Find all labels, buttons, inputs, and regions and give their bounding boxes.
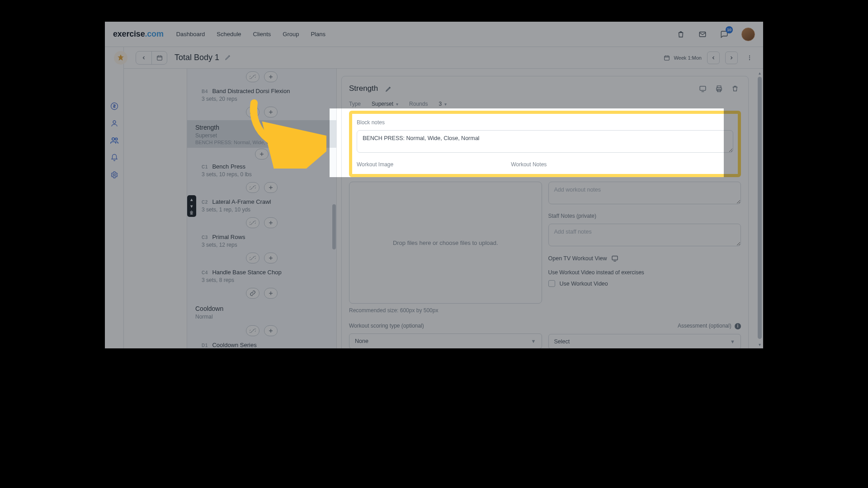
unlink-button[interactable] — [246, 325, 259, 336]
exercise-row[interactable]: C2 Lateral A-Frame Crawl 3 sets, 1 rep, … — [187, 196, 336, 215]
exercise-row[interactable]: C4 Handle Base Stance Chop 3 sets, 8 rep… — [187, 266, 336, 285]
chevron-down-icon: ▼ — [531, 338, 536, 344]
nav-prev-button[interactable] — [136, 51, 151, 65]
editor-scrollbar[interactable]: ▴ ▾ — [756, 69, 763, 348]
week-next-button[interactable] — [725, 52, 738, 64]
scroll-thumb[interactable] — [758, 77, 762, 339]
block-row[interactable]: Cooldown Normal — [187, 301, 336, 323]
delete-row-icon[interactable]: 🗑 — [189, 211, 194, 215]
row-controls — [187, 179, 336, 196]
unlink-button[interactable] — [246, 253, 259, 263]
svg-point-2 — [113, 121, 116, 123]
svg-point-8 — [749, 55, 750, 56]
rail-money-icon[interactable] — [109, 101, 119, 111]
open-tv-link[interactable]: Open TV Workout View — [548, 255, 741, 262]
mail-icon[interactable] — [698, 30, 707, 39]
add-button[interactable] — [264, 182, 278, 193]
add-button[interactable] — [264, 217, 278, 228]
rail-gear-icon[interactable] — [109, 170, 119, 180]
edit-card-icon[interactable] — [382, 83, 394, 94]
nav-group[interactable]: Group — [283, 31, 299, 38]
use-video-label: Use Workout Video — [560, 281, 608, 287]
recommended-size: Recommended size: 600px by 500px — [349, 307, 542, 314]
row-controls — [187, 250, 336, 266]
use-video-row[interactable]: Use Workout Video — [548, 280, 741, 287]
tv-icon[interactable] — [697, 83, 708, 94]
brand-text-2: .com — [145, 29, 163, 39]
print-icon[interactable] — [713, 83, 725, 94]
rail-person-icon[interactable] — [109, 118, 119, 128]
unlink-button[interactable] — [246, 71, 259, 82]
rail-people-icon[interactable] — [109, 136, 119, 145]
rounds-select[interactable]: 3 ▾ — [439, 101, 447, 107]
add-button[interactable] — [264, 253, 278, 263]
week-selector[interactable]: Week 1:Mon — [664, 55, 702, 61]
scroll-down-icon[interactable]: ▾ — [759, 340, 761, 348]
edit-title-icon[interactable] — [225, 54, 233, 62]
nav-dashboard[interactable]: Dashboard — [176, 31, 205, 38]
columns: B4 Band Distracted Dorsi Flexion 3 sets,… — [124, 69, 763, 348]
scoring-select[interactable]: None ▼ — [349, 333, 542, 348]
nav-schedule[interactable]: Schedule — [217, 31, 241, 38]
exercise-row[interactable]: B4 Band Distracted Dorsi Flexion 3 sets,… — [187, 85, 336, 104]
exercise-meta: 3 sets, 20 reps — [202, 96, 329, 102]
bag-icon[interactable] — [676, 30, 685, 39]
nav-plans[interactable]: Plans — [311, 31, 326, 38]
link-button[interactable] — [246, 107, 259, 117]
list-scrollbar[interactable] — [332, 204, 336, 249]
nav-calendar-button[interactable] — [151, 51, 167, 65]
assessment-select[interactable]: Select ▼ — [548, 334, 741, 349]
type-select[interactable]: Superset ▾ — [372, 101, 398, 107]
unlink-button[interactable] — [246, 182, 259, 193]
exercise-name: Bench Press — [212, 163, 245, 170]
user-avatar[interactable] — [741, 28, 755, 41]
row-controls — [187, 323, 336, 339]
brand-logo[interactable]: exercise.com — [113, 29, 164, 39]
add-button[interactable] — [264, 107, 278, 117]
exercise-code: B4 — [202, 89, 208, 94]
use-video-checkbox[interactable] — [548, 280, 555, 287]
chevron-down-icon: ▾ — [396, 102, 398, 107]
exercise-list: B4 Band Distracted Dorsi Flexion 3 sets,… — [187, 69, 336, 348]
letterbox-top — [105, 0, 763, 22]
image-dropzone[interactable]: Drop files here or choose files to uploa… — [349, 182, 542, 304]
move-down-icon[interactable]: ▾ — [190, 204, 193, 209]
row-controls — [187, 148, 336, 160]
overflow-menu-button[interactable] — [743, 52, 756, 64]
add-button[interactable] — [264, 288, 278, 299]
block-sub: Superset — [195, 132, 329, 139]
staff-notes-input[interactable] — [548, 224, 741, 246]
block-notes-highlight: Block notes Workout Image Workout Notes — [349, 111, 741, 177]
exercise-row[interactable]: C1 Bench Press 3 sets, 10 reps, 0 lbs — [187, 160, 336, 179]
add-button[interactable] — [255, 149, 269, 160]
info-icon[interactable]: i — [735, 323, 741, 329]
block-notes-input[interactable] — [357, 130, 733, 153]
exercise-name: Band Distracted Dorsi Flexion — [212, 88, 290, 94]
program-icon[interactable] — [114, 51, 127, 65]
card-title: Strength — [349, 84, 378, 93]
unlink-button[interactable] — [246, 217, 259, 228]
rounds-label: Rounds — [409, 101, 428, 107]
block-row-selected[interactable]: Strength Superset BENCH PRESS: Normal, W… — [187, 120, 336, 148]
add-button[interactable] — [264, 325, 278, 336]
svg-point-3 — [112, 138, 114, 141]
exercise-meta: 3 sets, 10 reps, 0 lbs — [202, 171, 329, 178]
move-up-icon[interactable]: ▴ — [190, 197, 193, 202]
card-header: Strength — [349, 83, 741, 94]
chat-icon[interactable]: 10 — [720, 30, 729, 39]
chevron-down-icon: ▼ — [730, 339, 735, 344]
exercise-code: C4 — [202, 270, 208, 275]
staff-notes-label: Staff Notes (private) — [548, 213, 741, 219]
nav-clients[interactable]: Clients — [253, 31, 271, 38]
scroll-up-icon[interactable]: ▴ — [759, 69, 761, 77]
workout-notes-input[interactable] — [548, 182, 741, 204]
rail-bell-icon[interactable] — [109, 153, 119, 163]
exercise-row[interactable]: C3 Primal Rows 3 sets, 12 reps — [187, 231, 336, 250]
assessment-value: Select — [554, 338, 570, 345]
exercise-row[interactable]: D1 Cooldown Series 1 set, 00:00:00 — [187, 339, 336, 348]
link-button[interactable] — [246, 288, 259, 299]
week-prev-button[interactable] — [707, 52, 720, 64]
trash-icon[interactable] — [729, 83, 741, 94]
add-button[interactable] — [264, 71, 278, 82]
workout-notes-label: Workout Notes — [511, 161, 547, 168]
